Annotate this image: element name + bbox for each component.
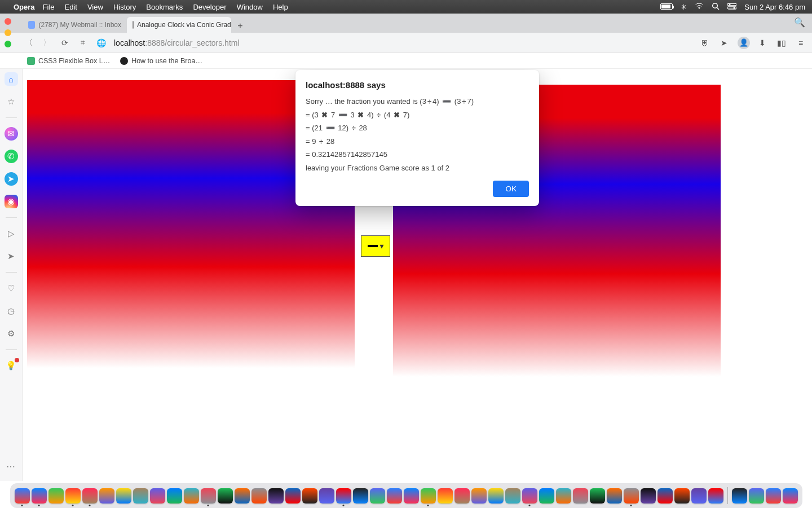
dock-app-icon[interactable] — [641, 488, 656, 503]
dock-app-icon[interactable] — [218, 488, 233, 503]
dock-app-icon[interactable] — [607, 488, 622, 503]
dock-app-icon[interactable] — [32, 488, 47, 503]
speed-dial-icon[interactable]: ⌗ — [78, 38, 88, 47]
dock-app-icon[interactable] — [201, 488, 216, 503]
menubar-clock[interactable]: Sun 2 Apr 6:46 pm — [744, 3, 805, 11]
back-button[interactable]: 〈 — [24, 38, 34, 48]
dock-app-icon[interactable] — [116, 488, 131, 503]
sidebar-star-icon[interactable]: ☆ — [5, 95, 18, 108]
dock-app-icon[interactable] — [505, 488, 520, 503]
window-minimize-button[interactable] — [5, 29, 11, 36]
sidebar-settings-icon[interactable]: ⚙ — [5, 327, 18, 340]
dock-app-icon[interactable] — [766, 488, 781, 503]
url-display[interactable]: localhost:8888/circular_sectors.html — [114, 38, 240, 47]
profile-avatar[interactable]: 👤 — [738, 37, 749, 49]
battery-saver-icon[interactable]: ▮▯ — [776, 38, 787, 47]
sidebar-whatsapp-icon[interactable]: ✆ — [5, 150, 18, 163]
tab-analogue-clock[interactable]: Analogue Clock via Conic Gradi — [127, 17, 231, 33]
dock-app-icon[interactable] — [471, 488, 487, 503]
sidebar-separator — [6, 117, 17, 118]
dock-app-icon[interactable] — [285, 488, 301, 503]
dock-app-icon[interactable] — [319, 488, 334, 503]
downloads-icon[interactable]: ⬇ — [757, 38, 768, 47]
dock-app-icon[interactable] — [133, 488, 148, 503]
dock-app-icon[interactable] — [573, 488, 588, 503]
window-zoom-button[interactable] — [5, 41, 11, 47]
svg-point-5 — [734, 7, 735, 9]
dock-app-icon[interactable] — [454, 488, 470, 503]
sidebar-bulb-icon[interactable]: 💡 — [5, 359, 18, 373]
dock-app-icon[interactable] — [184, 488, 199, 503]
sidebar-home-icon[interactable]: ⌂ — [5, 72, 18, 86]
dock-app-icon[interactable] — [539, 488, 554, 503]
menu-file[interactable]: File — [43, 3, 55, 11]
sidebar-more-icon[interactable]: ⋯ — [6, 461, 16, 472]
tab-webmail[interactable]: (2787) My Webmail :: Inbox — [23, 17, 127, 33]
dock-app-icon[interactable] — [82, 488, 98, 503]
dock-app-icon[interactable] — [48, 488, 64, 503]
dock-app-icon[interactable] — [15, 488, 30, 503]
bookmark-css-flexbox[interactable]: CSS3 Flexible Box L… — [27, 57, 110, 65]
menu-bookmarks[interactable]: Bookmarks — [146, 3, 183, 11]
alert-ok-button[interactable]: OK — [493, 181, 529, 197]
sidebar-history-icon[interactable]: ◷ — [5, 304, 18, 318]
menu-help[interactable]: Help — [273, 3, 288, 11]
dock-app-icon[interactable] — [674, 488, 690, 503]
dock-app-icon[interactable] — [691, 488, 707, 503]
new-tab-button[interactable]: + — [233, 19, 247, 33]
dock-app-icon[interactable] — [167, 488, 182, 503]
dock-app-icon[interactable] — [522, 488, 537, 503]
dock-app-icon[interactable] — [590, 488, 605, 503]
reload-button[interactable]: ⟳ — [60, 38, 70, 47]
battery-icon[interactable] — [660, 3, 673, 11]
url-host: localhost — [114, 38, 145, 47]
dock-app-icon[interactable] — [353, 488, 368, 503]
dock-app-icon[interactable] — [268, 488, 284, 503]
bookmark-broadcast[interactable]: How to use the Broa… — [120, 57, 202, 65]
spotlight-icon[interactable] — [712, 2, 720, 11]
dock-app-icon[interactable] — [421, 488, 436, 503]
dock-app-icon[interactable] — [65, 488, 81, 503]
sidebar-player-icon[interactable]: ▷ — [5, 227, 18, 240]
dock-app-icon[interactable] — [556, 488, 571, 503]
dock-app-icon[interactable] — [708, 488, 723, 503]
sidebar-instagram-icon[interactable]: ◉ — [5, 195, 18, 208]
shield-icon[interactable]: ⛨ — [699, 38, 710, 47]
dock-app-icon[interactable] — [387, 488, 402, 503]
operator-select[interactable]: ▾ — [361, 235, 390, 257]
menubar-app-name[interactable]: Opera — [14, 3, 35, 11]
dock-app-icon[interactable] — [251, 488, 267, 503]
menu-view[interactable]: View — [87, 3, 103, 11]
dock-app-icon[interactable] — [404, 488, 419, 503]
easy-setup-icon[interactable]: ≡ — [795, 38, 806, 47]
dock-app-icon[interactable] — [783, 488, 798, 503]
window-close-button[interactable] — [5, 18, 11, 25]
dock-app-icon[interactable] — [624, 488, 639, 503]
dock-app-icon[interactable] — [488, 488, 504, 503]
tab-search-icon[interactable]: 🔍 — [794, 17, 805, 28]
tab-analogue-label: Analogue Clock via Conic Gradi — [137, 21, 231, 29]
menu-window[interactable]: Window — [237, 3, 263, 11]
sidebar-heart-icon[interactable]: ♡ — [5, 282, 18, 295]
menu-history[interactable]: History — [113, 3, 136, 11]
wifi-icon[interactable] — [695, 3, 704, 11]
dock-app-icon[interactable] — [657, 488, 673, 503]
dock-app-icon[interactable] — [370, 488, 385, 503]
sidebar-flow-icon[interactable]: ➤ — [5, 249, 18, 263]
dock-app-icon[interactable] — [732, 488, 747, 503]
dock-app-icon[interactable] — [235, 488, 250, 503]
menu-developer[interactable]: Developer — [193, 3, 226, 11]
dock-app-icon[interactable] — [150, 488, 165, 503]
control-center-icon[interactable] — [727, 3, 736, 11]
dock-app-icon[interactable] — [99, 488, 114, 503]
sidebar-telegram-icon[interactable]: ➤ — [5, 172, 18, 186]
dock-app-icon[interactable] — [749, 488, 764, 503]
send-icon[interactable]: ➤ — [718, 38, 730, 47]
menu-edit[interactable]: Edit — [65, 3, 77, 11]
dock-app-icon[interactable] — [336, 488, 351, 503]
dock-app-icon[interactable] — [438, 488, 453, 503]
site-info-icon[interactable]: 🌐 — [96, 38, 106, 47]
sidebar-messenger-icon[interactable]: ✉ — [5, 127, 18, 141]
bluetooth-icon[interactable]: ✳︎ — [681, 3, 687, 11]
dock-app-icon[interactable] — [302, 488, 317, 503]
